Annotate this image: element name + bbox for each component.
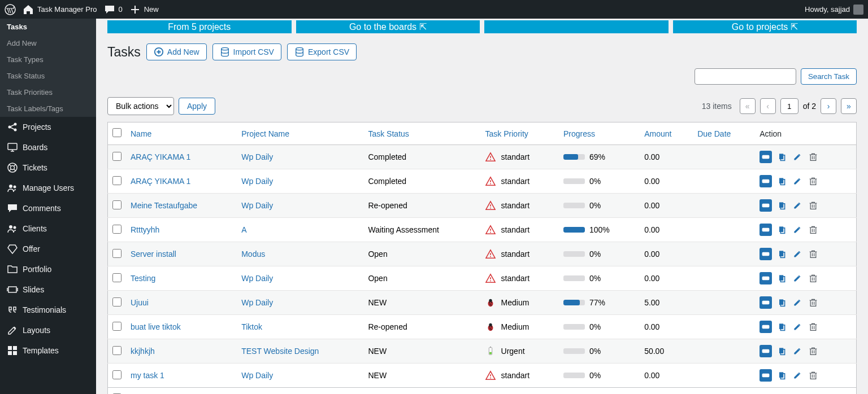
view-action[interactable] xyxy=(760,345,772,357)
header-priority[interactable]: Task Priority xyxy=(481,122,559,145)
pagination-first[interactable]: « xyxy=(740,98,756,114)
header-due-date[interactable]: Due Date xyxy=(693,122,755,145)
view-action[interactable] xyxy=(760,369,772,382)
duplicate-action[interactable] xyxy=(775,224,788,236)
delete-action[interactable] xyxy=(807,199,819,212)
header-status[interactable]: Task Status xyxy=(363,122,480,145)
sidebar-offer[interactable]: Offer xyxy=(0,239,96,259)
top-btn-projects[interactable]: From 5 projects xyxy=(107,20,292,33)
delete-action[interactable] xyxy=(807,272,819,284)
submenu-task-status[interactable]: Task Status xyxy=(0,68,96,84)
duplicate-action[interactable] xyxy=(775,345,788,357)
edit-action[interactable] xyxy=(791,369,804,382)
task-name-link[interactable]: Rtttyyhh xyxy=(131,225,159,234)
footer-progress[interactable]: Progress xyxy=(559,388,640,395)
footer-project[interactable]: Project Name xyxy=(237,388,363,395)
sidebar-projects[interactable]: Projects xyxy=(0,117,96,137)
header-project[interactable]: Project Name xyxy=(237,122,363,145)
view-action[interactable] xyxy=(760,224,772,236)
sidebar-templates[interactable]: Templates xyxy=(0,340,96,361)
top-btn-goto-projects[interactable]: Go to projects ⇱ xyxy=(673,20,857,33)
view-action[interactable] xyxy=(760,272,772,284)
view-action[interactable] xyxy=(760,175,772,187)
sidebar-layouts[interactable]: Layouts xyxy=(0,320,96,340)
project-link[interactable]: Wp Daily xyxy=(241,274,273,283)
row-checkbox[interactable] xyxy=(112,370,121,379)
row-checkbox[interactable] xyxy=(112,200,121,209)
project-link[interactable]: Wp Daily xyxy=(241,201,273,210)
task-name-link[interactable]: ARAÇ YIKAMA 1 xyxy=(131,152,190,161)
footer-due-date[interactable]: Due Date xyxy=(693,388,755,395)
footer-priority[interactable]: Task Priority xyxy=(481,388,559,395)
row-checkbox[interactable] xyxy=(112,176,121,185)
project-link[interactable]: Wp Daily xyxy=(241,152,273,161)
edit-action[interactable] xyxy=(791,321,804,333)
edit-action[interactable] xyxy=(791,175,804,187)
edit-action[interactable] xyxy=(791,199,804,212)
duplicate-action[interactable] xyxy=(775,369,788,382)
task-name-link[interactable]: Ujuui xyxy=(131,298,149,307)
header-progress[interactable]: Progress xyxy=(559,122,640,145)
user-menu[interactable]: Howdy, sajjad xyxy=(805,5,863,15)
delete-action[interactable] xyxy=(807,296,819,309)
sidebar-clients[interactable]: Clients xyxy=(0,218,96,239)
pagination-current-input[interactable] xyxy=(780,98,798,114)
delete-action[interactable] xyxy=(807,224,819,236)
bulk-actions-select[interactable]: Bulk actions xyxy=(107,97,174,115)
task-name-link[interactable]: my task 1 xyxy=(131,371,164,380)
view-action[interactable] xyxy=(760,248,772,260)
sidebar-testimonials[interactable]: Testimonials xyxy=(0,300,96,320)
view-action[interactable] xyxy=(760,296,772,309)
delete-action[interactable] xyxy=(807,369,819,382)
row-checkbox[interactable] xyxy=(112,152,121,161)
footer-status[interactable]: Task Status xyxy=(363,388,480,395)
project-link[interactable]: TEST Website Design xyxy=(241,347,319,356)
delete-action[interactable] xyxy=(807,175,819,187)
edit-action[interactable] xyxy=(791,296,804,309)
sidebar-slides[interactable]: Slides xyxy=(0,279,96,300)
row-checkbox[interactable] xyxy=(112,249,121,258)
view-action[interactable] xyxy=(760,151,772,163)
new-link[interactable]: New xyxy=(129,4,159,15)
delete-action[interactable] xyxy=(807,248,819,260)
submenu-add-new[interactable]: Add New xyxy=(0,35,96,51)
duplicate-action[interactable] xyxy=(775,151,788,163)
pagination-last[interactable]: » xyxy=(841,98,857,114)
import-csv-button[interactable]: Import CSV xyxy=(212,43,281,60)
duplicate-action[interactable] xyxy=(775,248,788,260)
export-csv-button[interactable]: Export CSV xyxy=(287,43,357,60)
delete-action[interactable] xyxy=(807,345,819,357)
task-name-link[interactable]: Testing xyxy=(131,274,155,283)
wp-logo[interactable] xyxy=(5,4,16,15)
search-input[interactable] xyxy=(695,68,796,85)
project-link[interactable]: A xyxy=(241,225,246,234)
project-link[interactable]: Modus xyxy=(241,249,265,259)
submenu-task-labels[interactable]: Task Labels/Tags xyxy=(0,100,96,117)
sidebar-boards[interactable]: Boards xyxy=(0,137,96,157)
duplicate-action[interactable] xyxy=(775,272,788,284)
row-checkbox[interactable] xyxy=(112,273,121,282)
apply-button[interactable]: Apply xyxy=(179,98,215,115)
project-link[interactable]: Wp Daily xyxy=(241,298,273,307)
view-action[interactable] xyxy=(760,321,772,333)
duplicate-action[interactable] xyxy=(775,321,788,333)
edit-action[interactable] xyxy=(791,224,804,236)
submenu-task-types[interactable]: Task Types xyxy=(0,51,96,68)
top-btn-boards[interactable]: Go to the boards ⇱ xyxy=(296,20,480,33)
task-name-link[interactable]: kkjhkjh xyxy=(131,347,155,356)
pagination-prev[interactable]: ‹ xyxy=(760,98,776,114)
edit-action[interactable] xyxy=(791,151,804,163)
sidebar-manage-users[interactable]: Manage Users xyxy=(0,178,96,198)
duplicate-action[interactable] xyxy=(775,296,788,309)
submenu-task-priorities[interactable]: Task Priorities xyxy=(0,84,96,100)
top-btn-3[interactable] xyxy=(484,20,669,33)
select-all-checkbox[interactable] xyxy=(112,128,121,137)
pagination-next[interactable]: › xyxy=(821,98,836,114)
sidebar-comments[interactable]: Comments xyxy=(0,198,96,218)
duplicate-action[interactable] xyxy=(775,199,788,212)
project-link[interactable]: Wp Daily xyxy=(241,371,273,380)
delete-action[interactable] xyxy=(807,151,819,163)
comments-link[interactable]: 0 xyxy=(104,4,123,15)
edit-action[interactable] xyxy=(791,272,804,284)
task-name-link[interactable]: Meine Testaufgabe xyxy=(131,201,197,210)
